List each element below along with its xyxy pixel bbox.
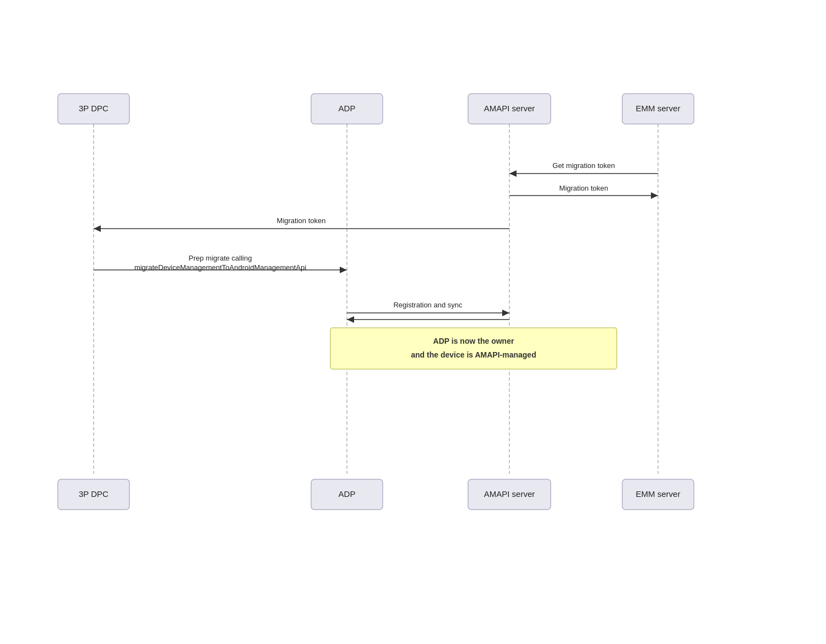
arrowhead-migration-token-1: [651, 192, 658, 199]
actor-label-dpc-bottom: 3P DPC: [79, 489, 108, 499]
arrow-label-get-migration-token: Get migration token: [552, 161, 615, 170]
diagram-container: 3P DPC ADP AMAPI server EMM server Get m…: [22, 88, 804, 540]
arrowhead-prep-migrate: [340, 267, 347, 273]
arrow-label-prep-migrate-line1: Prep migrate calling: [189, 254, 252, 262]
actor-label-emm-top: EMM server: [636, 104, 681, 113]
highlight-box: [330, 328, 617, 369]
arrowhead-reg-sync-right: [502, 310, 509, 316]
highlight-label-line1: ADP is now the owner: [433, 337, 514, 345]
actor-label-amapi-top: AMAPI server: [484, 104, 535, 113]
actor-label-emm-bottom: EMM server: [636, 489, 681, 499]
highlight-label-line2: and the device is AMAPI-managed: [411, 350, 536, 359]
arrowhead-get-migration-token: [509, 170, 517, 177]
arrowhead-reg-sync-left: [347, 316, 354, 323]
actor-label-adp-bottom: ADP: [339, 489, 356, 499]
arrowhead-migration-token-2: [94, 225, 101, 232]
actor-label-adp-top: ADP: [339, 104, 356, 113]
actor-label-amapi-bottom: AMAPI server: [484, 489, 535, 499]
arrow-label-prep-migrate-line2: migrateDeviceManagementToAndroidManageme…: [134, 263, 306, 272]
arrow-label-migration-token-1: Migration token: [559, 184, 608, 192]
arrow-label-reg-sync: Registration and sync: [393, 301, 463, 309]
arrow-label-migration-token-2: Migration token: [277, 217, 326, 225]
actor-label-dpc-top: 3P DPC: [79, 104, 108, 113]
